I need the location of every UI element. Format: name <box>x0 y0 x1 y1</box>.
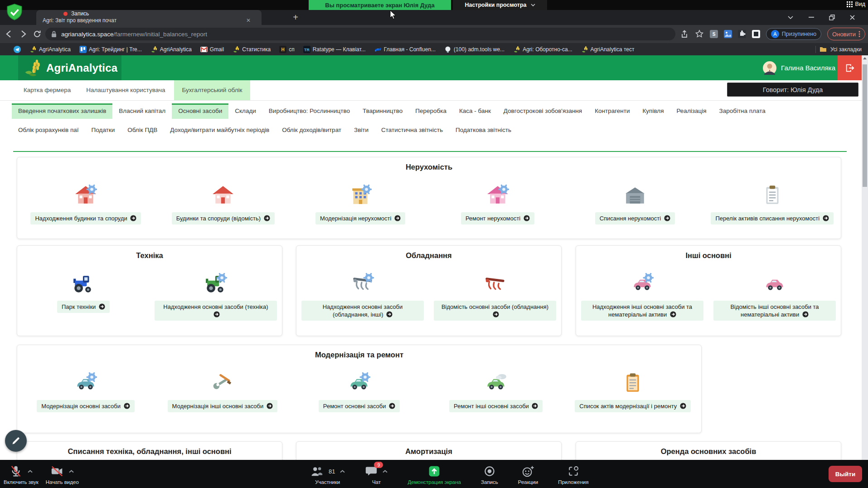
card-action-button[interactable]: Відомість основні засоби (обладнання) <box>434 301 556 321</box>
window-restore-icon[interactable] <box>827 13 836 22</box>
card-action-button[interactable]: Будинки та споруди (відомість) <box>172 212 275 224</box>
share-icon[interactable] <box>680 29 689 39</box>
bookmark-label: Ratatype — Клавіат... <box>313 46 366 53</box>
menu-item[interactable]: Реалізація <box>670 103 713 119</box>
card-action-button[interactable]: Списання нерухомості <box>595 212 675 224</box>
menu-item[interactable]: Статистична звітність <box>375 122 449 138</box>
menu-item[interactable]: Введення початкових залишків <box>12 103 112 119</box>
zoom-control-mic-off[interactable]: Включить звук <box>0 460 42 488</box>
menu-item[interactable]: Власний капітал <box>112 103 172 119</box>
scrollbar-thumb[interactable] <box>863 64 867 187</box>
tab-1[interactable]: Картка фермера <box>24 80 71 100</box>
menu-item[interactable]: Каса - банк <box>453 103 497 119</box>
menu-item[interactable]: Податкова звітність <box>449 122 518 138</box>
chevron-up-icon[interactable] <box>28 470 33 473</box>
menu-item[interactable]: Облік ПДВ <box>121 122 164 138</box>
bookmark-item[interactable]: AgriAnalytica тест <box>581 46 635 53</box>
card-action-button[interactable]: Надходження інші основні засоби та немат… <box>581 301 703 321</box>
window-minimize-icon[interactable] <box>807 13 816 22</box>
menu-item[interactable]: Тваринництво <box>356 103 409 119</box>
card-action-button[interactable]: Надходження основні засоби (техніка) <box>155 301 277 321</box>
zoom-control-chat[interactable]: 9Чат <box>361 460 391 488</box>
menu-item[interactable]: Заробітна плата <box>713 103 772 119</box>
browser-tab[interactable]: Запись Agri: Звіт про введення почат ✕ <box>36 10 262 25</box>
scroll-up-icon[interactable] <box>862 55 868 62</box>
menu-item[interactable]: Облік доходів/витрат <box>276 122 348 138</box>
tab-close-icon[interactable]: ✕ <box>245 17 252 24</box>
page-content: AgriAnalytica Галина Василяка Картка фер… <box>0 55 868 488</box>
card-action-button[interactable]: Надходження основні засоби (обладнання, … <box>301 301 424 321</box>
profile-paused-badge[interactable]: А Призупинено <box>766 28 821 40</box>
tab-3[interactable]: Бухгалтерський облік <box>174 80 250 100</box>
chevron-up-icon[interactable] <box>383 470 388 473</box>
view-options-button[interactable]: Настройки просмотра <box>453 0 547 10</box>
menu-item[interactable]: Доходи/витрати майбутніх періодів <box>164 122 276 138</box>
card: Інші основніНадходження інші основні зас… <box>576 245 841 336</box>
menu-item[interactable]: Довгострокові зобов'язання <box>497 103 588 119</box>
zoom-control-apps[interactable]: Приложения <box>554 460 592 488</box>
window-close-icon[interactable] <box>848 13 857 22</box>
update-browser-button[interactable]: Оновити <box>827 28 865 40</box>
app-logo[interactable]: AgriAnalytica <box>18 55 121 80</box>
bookmark-item[interactable]: Agri: Трейдинг | Tre... <box>79 46 142 53</box>
forward-icon[interactable] <box>18 29 29 39</box>
menu-item[interactable]: Основні засоби <box>172 103 228 119</box>
card-action-button[interactable]: Модернізація нерухомості <box>315 212 405 224</box>
bookmark-item[interactable]: Gmail <box>200 46 224 53</box>
extension-image-icon[interactable] <box>724 30 732 38</box>
all-bookmarks[interactable]: Усі закладки <box>815 43 862 55</box>
card-action-button[interactable]: Ремонт інші основні засоби <box>449 400 543 412</box>
bookmark-item[interactable]: Hсп <box>279 46 295 53</box>
menu-item[interactable]: Контрагенти <box>588 103 636 119</box>
logout-button[interactable] <box>838 55 862 80</box>
bookmark-item[interactable]: AgriAnalytica <box>150 46 192 53</box>
bookmark-item[interactable]: (100) adm.tools we... <box>444 46 504 53</box>
bookmark-item[interactable]: Главная - Confluen... <box>374 46 436 53</box>
chevron-up-icon[interactable] <box>340 470 345 473</box>
view-button[interactable]: Вид <box>847 1 865 7</box>
card-action-button[interactable]: Модернізація інші основні засоби <box>168 400 277 412</box>
bookmark-item[interactable] <box>14 46 21 53</box>
zoom-control-participants[interactable]: 81Участники <box>306 460 349 488</box>
card-action-button[interactable]: Перелік активів списання нерухомості <box>711 212 833 224</box>
bookmark-item[interactable]: Статистика <box>233 46 271 53</box>
zoom-control-camera-off[interactable]: Начать видео <box>42 460 82 488</box>
menu-item[interactable]: Звіти <box>348 122 375 138</box>
bookmark-item[interactable]: AgriAnalytica <box>29 46 71 53</box>
extension-screenshot-icon[interactable]: S <box>710 30 718 38</box>
card-action-button[interactable]: Надходження будинки та споруди <box>30 212 141 224</box>
card-action-button[interactable]: Модернізація основні засоби <box>37 400 134 412</box>
zoom-control-record[interactable]: Запись <box>477 460 502 488</box>
card-action-button[interactable]: Парк техніки <box>57 301 110 313</box>
tab-2[interactable]: Налаштування користувача <box>86 80 165 100</box>
leave-meeting-button[interactable]: Выйти <box>829 466 862 482</box>
bookmark-item[interactable]: TRRatatype — Клавіат... <box>303 46 366 53</box>
card-action-button[interactable]: Ремонт основні засоби <box>319 400 400 412</box>
zoom-control-reactions[interactable]: Реакции <box>514 460 542 488</box>
chevron-up-icon[interactable] <box>69 470 74 473</box>
url-bar[interactable]: agrianalytica.space/farmernew/initial_ba… <box>45 28 675 40</box>
reload-icon[interactable] <box>32 29 43 39</box>
card-action-button[interactable]: Ремонт нерухомості <box>461 212 534 224</box>
card-action-button[interactable]: Список актів модернізації і ремонту <box>575 400 691 412</box>
menu-item[interactable]: Переробка <box>409 103 453 119</box>
menu-item[interactable]: Виробництво: Рослинництво <box>262 103 356 119</box>
extension-puzzle-icon[interactable] <box>738 30 746 38</box>
user-menu[interactable]: Галина Василяка <box>763 55 835 80</box>
bookmark-item[interactable]: Agri: Оборотно-са... <box>513 46 572 53</box>
card-action-button[interactable]: Відомість інші основні засоби та нематер… <box>713 301 836 321</box>
card-items: Надходження основні засоби (обладнання, … <box>296 270 561 321</box>
annotate-pencil-button[interactable] <box>5 430 27 452</box>
menu-item[interactable]: Облік розрахунків паї <box>12 122 85 138</box>
scrollbar[interactable] <box>862 55 868 460</box>
telegram-favicon-icon <box>14 46 21 53</box>
window-menu-chevron-icon[interactable] <box>786 13 795 22</box>
menu-item[interactable]: Склади <box>228 103 262 119</box>
back-icon[interactable] <box>4 29 15 39</box>
menu-item[interactable]: Купівля <box>636 103 670 119</box>
new-tab-button[interactable]: + <box>290 12 301 23</box>
extension-notes-icon[interactable] <box>752 30 760 38</box>
zoom-control-share-screen[interactable]: Демонстрация экрана <box>404 460 465 488</box>
menu-item[interactable]: Податки <box>85 122 121 138</box>
bookmark-star-icon[interactable] <box>695 29 704 39</box>
